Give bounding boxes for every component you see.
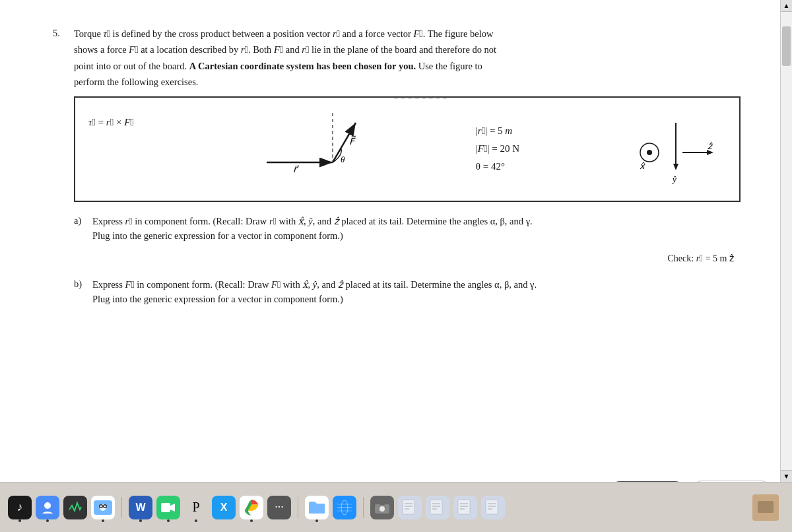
svg-rect-36 <box>403 500 414 514</box>
chrome-icon[interactable] <box>240 496 263 519</box>
svg-point-22 <box>100 505 102 507</box>
taskbar-item-doc3 <box>453 496 477 519</box>
subpart-b-section: b) Express F⃗ in component form. (Recall… <box>74 277 741 307</box>
check-text: Check: r⃗ = 5 m ẑ <box>53 251 741 265</box>
vector-svg: r⃗ F⃗ θ <box>247 106 379 192</box>
taskbar-item-doc4 <box>481 496 505 519</box>
subpart-a-label: a) <box>74 214 87 244</box>
svg-point-23 <box>104 505 106 507</box>
active-dot <box>250 519 253 522</box>
globe-icon[interactable] <box>333 496 356 519</box>
doc4-icon[interactable] <box>481 496 505 519</box>
svg-text:ŷ: ŷ <box>671 174 676 184</box>
svg-rect-24 <box>161 503 170 512</box>
scrollbar[interactable]: ▲ ▼ <box>780 0 792 482</box>
svg-text:r⃗: r⃗ <box>293 164 299 174</box>
svg-text:F⃗: F⃗ <box>349 135 356 147</box>
activity-icon[interactable] <box>63 496 87 519</box>
taskbar-item-music: ♪ <box>8 496 32 519</box>
active-dot <box>139 519 142 522</box>
diagram-values: |r⃗| = 5 m |F⃗| = 20 N θ = 42° <box>476 122 519 176</box>
more-icon[interactable]: ··· <box>267 496 291 519</box>
facetime-icon[interactable] <box>156 496 180 519</box>
contacts-icon[interactable] <box>36 496 59 519</box>
scroll-up-button[interactable]: ▲ <box>781 0 792 12</box>
taskbar-item-doc1 <box>398 496 422 519</box>
svg-point-17 <box>44 502 51 509</box>
active-dot <box>46 519 49 522</box>
separator-2 <box>298 497 298 518</box>
subpart-b: b) Express F⃗ in component form. (Recall… <box>74 277 741 307</box>
finder-icon[interactable] <box>91 496 115 519</box>
separator-1 <box>121 497 122 518</box>
svg-point-9 <box>647 150 652 155</box>
active-dot <box>315 519 318 522</box>
x-icon[interactable]: X <box>212 496 236 519</box>
svg-rect-48 <box>486 500 498 514</box>
taskbar-item-finder2 <box>305 496 329 519</box>
given-theta: θ = 42° <box>476 158 519 176</box>
subpart-a-section: a) Express r⃗ in component form. (Recall… <box>74 214 741 244</box>
problem-text: Torque τ⃗ is defined by the cross produc… <box>74 26 741 91</box>
taskbar-icons: ♪ W <box>8 496 505 519</box>
axes-svg: x̂ ŷ ẑ <box>636 116 715 189</box>
svg-marker-25 <box>170 504 175 512</box>
active-dot <box>18 519 21 522</box>
svg-rect-44 <box>458 500 470 514</box>
subpart-a: a) Express r⃗ in component form. (Recall… <box>74 214 741 244</box>
problem-number: 5. <box>53 26 69 91</box>
scroll-thumb[interactable] <box>782 26 791 66</box>
svg-text:ẑ: ẑ <box>708 141 713 151</box>
separator-3 <box>363 497 364 518</box>
subpart-a-text: Express r⃗ in component form. (Recall: D… <box>92 214 741 244</box>
coordinate-axes: x̂ ŷ ẑ <box>636 116 715 182</box>
desktop-icon[interactable] <box>752 494 779 521</box>
svg-marker-11 <box>673 164 678 170</box>
taskbar-item-more: ··· <box>267 496 291 519</box>
music-icon[interactable]: ♪ <box>8 496 32 519</box>
powerpoint-icon[interactable]: P <box>184 496 208 519</box>
taskbar-item-word: W <box>129 496 152 519</box>
active-dot <box>167 519 170 522</box>
svg-rect-35 <box>380 502 385 505</box>
subpart-b-label: b) <box>74 277 87 307</box>
svg-point-34 <box>380 506 385 512</box>
taskbar-item-activity <box>63 496 87 519</box>
figure-section: τ⃗ = r⃗ × F⃗ <box>74 96 741 202</box>
doc3-icon[interactable] <box>453 496 477 519</box>
taskbar-item-contacts <box>36 496 59 519</box>
taskbar-item-facetime <box>156 496 180 519</box>
document-area: 5. Torque τ⃗ is defined by the cross pro… <box>0 0 780 482</box>
taskbar-right <box>752 494 779 521</box>
scroll-down-button[interactable]: ▼ <box>781 470 792 482</box>
active-dot <box>195 519 197 522</box>
taskbar-item-chrome <box>240 496 263 519</box>
taskbar-item-doc2 <box>426 496 449 519</box>
taskbar-item-camera <box>370 496 394 519</box>
figure-box: τ⃗ = r⃗ × F⃗ <box>74 96 741 202</box>
taskbar-item-x: X <box>212 496 236 519</box>
word-icon[interactable]: W <box>129 496 152 519</box>
svg-text:θ: θ <box>341 154 345 164</box>
taskbar-item-world <box>333 496 356 519</box>
svg-rect-52 <box>758 501 774 513</box>
given-F: |F⃗| = 20 N <box>476 140 519 158</box>
camera-icon[interactable] <box>370 496 394 519</box>
doc2-icon[interactable] <box>426 496 449 519</box>
taskbar-item-finder <box>91 496 115 519</box>
svg-rect-40 <box>430 500 442 514</box>
problem-5-header: 5. Torque τ⃗ is defined by the cross pro… <box>53 26 741 91</box>
torque-formula: τ⃗ = r⃗ × F⃗ <box>86 112 137 133</box>
taskbar: ♪ W <box>0 482 792 532</box>
doc1-icon[interactable] <box>398 496 422 519</box>
svg-text:x̂: x̂ <box>640 161 645 171</box>
folder-icon[interactable] <box>305 496 329 519</box>
active-dot <box>102 519 104 522</box>
document-content: 5. Torque τ⃗ is defined by the cross pro… <box>0 0 780 333</box>
vector-diagram: r⃗ F⃗ θ <box>247 106 379 192</box>
given-r: |r⃗| = 5 m <box>476 122 519 140</box>
taskbar-item-ppt1: P <box>184 496 208 519</box>
dashed-line <box>394 97 447 98</box>
subpart-b-text: Express F⃗ in component form. (Recall: D… <box>92 277 741 307</box>
